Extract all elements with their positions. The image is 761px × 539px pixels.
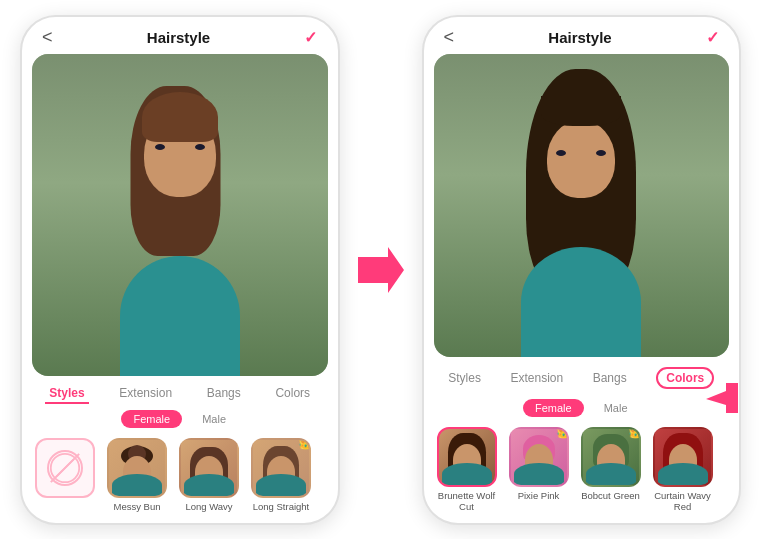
style-long-straight-thumb[interactable]: 👑 [251, 438, 311, 498]
color-brunette-label: Brunette Wolf Cut [434, 490, 500, 513]
right-phone-header: < Hairstyle ✓ [424, 17, 740, 54]
style-messy-bun-label: Messy Bun [114, 501, 161, 512]
left-photo-area [32, 54, 328, 377]
left-tab-styles[interactable]: Styles [45, 384, 88, 404]
right-colors-grid: Brunette Wolf Cut 👑 Pixie Pink [424, 423, 740, 523]
left-back-button[interactable]: < [42, 27, 53, 48]
left-styles-grid: Messy Bun Long Wavy [22, 434, 338, 522]
right-eye-right [596, 150, 606, 156]
right-phone: < Hairstyle ✓ Styles Extension Bangs [422, 15, 742, 525]
mini-body-1 [112, 474, 162, 496]
left-eye-right [195, 144, 205, 150]
left-gender-row: Female Male [22, 408, 338, 434]
right-tabs-row: Styles Extension Bangs Colors [424, 357, 740, 397]
right-gender-row: Female Male [424, 397, 740, 423]
style-long-wavy-thumb[interactable] [179, 438, 239, 498]
mini-body-3 [256, 474, 306, 496]
style-long-straight[interactable]: 👑 Long Straight [248, 438, 314, 512]
right-person-photo [434, 54, 730, 357]
colors-arrow-indicator [706, 383, 738, 413]
left-eyes [155, 144, 205, 150]
svg-line-1 [56, 459, 74, 477]
left-body [120, 256, 240, 376]
left-phone: < Hairstyle ✓ Styles Extension Bangs [20, 15, 340, 525]
left-phone-title: Hairstyle [147, 29, 210, 46]
mini-body-2 [184, 474, 234, 496]
mini-body-c4 [658, 463, 708, 485]
left-tab-colors[interactable]: Colors [271, 384, 314, 404]
right-eyes [556, 150, 606, 156]
left-eye-left [155, 144, 165, 150]
right-eye-left [556, 150, 566, 156]
left-phone-header: < Hairstyle ✓ [22, 17, 338, 54]
crown-badge-c2: 👑 [556, 427, 569, 439]
right-face [547, 120, 615, 198]
svg-marker-3 [706, 383, 738, 413]
mini-body-c1 [442, 463, 492, 485]
color-curtain-red-label: Curtain Wavy Red [650, 490, 716, 513]
style-messy-bun[interactable]: Messy Bun [104, 438, 170, 512]
mini-face-2 [181, 440, 237, 496]
arrow-svg [358, 247, 404, 293]
mini-face-c1 [439, 429, 495, 485]
color-brunette-thumb[interactable] [437, 427, 497, 487]
right-gender-female[interactable]: Female [523, 399, 584, 417]
left-person-photo [32, 54, 328, 377]
right-body [521, 247, 641, 357]
svg-marker-2 [358, 247, 404, 293]
color-pixie-pink-thumb[interactable]: 👑 [509, 427, 569, 487]
color-bobcut-green-label: Bobcut Green [581, 490, 640, 501]
right-phone-title: Hairstyle [548, 29, 611, 46]
style-none[interactable] [32, 438, 98, 512]
right-tab-bangs[interactable]: Bangs [589, 369, 631, 389]
left-gender-male[interactable]: Male [190, 410, 238, 428]
app-container: < Hairstyle ✓ Styles Extension Bangs [0, 0, 761, 539]
left-confirm-button[interactable]: ✓ [304, 28, 317, 47]
right-back-button[interactable]: < [444, 27, 455, 48]
left-tabs-row: Styles Extension Bangs Colors [22, 376, 338, 408]
right-tab-extension[interactable]: Extension [506, 369, 567, 389]
transition-arrow [358, 247, 404, 293]
right-bangs [541, 96, 621, 126]
color-pixie-pink-label: Pixie Pink [518, 490, 560, 501]
style-long-straight-label: Long Straight [253, 501, 310, 512]
left-hair-top [142, 92, 218, 142]
svg-point-0 [51, 454, 79, 482]
style-long-wavy-label: Long Wavy [185, 501, 232, 512]
color-pixie-pink[interactable]: 👑 Pixie Pink [506, 427, 572, 513]
right-tab-styles[interactable]: Styles [444, 369, 485, 389]
crown-badge-3: 👑 [298, 438, 311, 450]
mini-body-c3 [586, 463, 636, 485]
crown-badge-c3: 👑 [628, 427, 641, 439]
right-gender-male[interactable]: Male [592, 399, 640, 417]
style-none-thumb[interactable] [35, 438, 95, 498]
color-brunette[interactable]: Brunette Wolf Cut [434, 427, 500, 513]
left-tab-extension[interactable]: Extension [115, 384, 176, 404]
color-bobcut-green-thumb[interactable]: 👑 [581, 427, 641, 487]
right-photo-area [434, 54, 730, 357]
left-tab-bangs[interactable]: Bangs [203, 384, 245, 404]
right-tab-colors[interactable]: Colors [652, 365, 718, 393]
mini-body-c2 [514, 463, 564, 485]
color-curtain-red[interactable]: Curtain Wavy Red [650, 427, 716, 513]
left-gender-female[interactable]: Female [121, 410, 182, 428]
mini-face-c4 [655, 429, 711, 485]
color-curtain-red-thumb[interactable] [653, 427, 713, 487]
style-long-wavy[interactable]: Long Wavy [176, 438, 242, 512]
right-confirm-button[interactable]: ✓ [706, 28, 719, 47]
mini-face-1 [109, 440, 165, 496]
style-messy-bun-thumb[interactable] [107, 438, 167, 498]
color-bobcut-green[interactable]: 👑 Bobcut Green [578, 427, 644, 513]
none-icon [47, 450, 83, 486]
